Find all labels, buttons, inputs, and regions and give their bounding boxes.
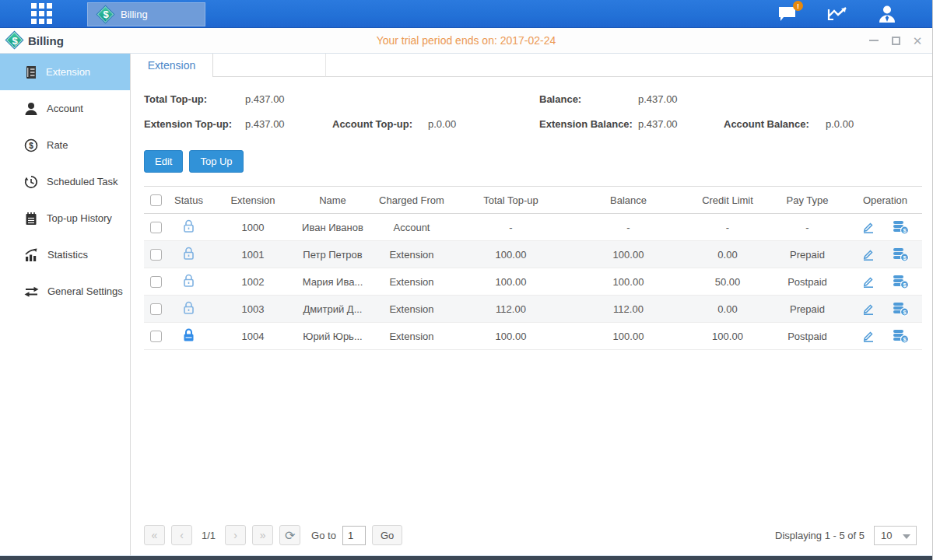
edit-pencil-icon[interactable] [861, 302, 875, 316]
sidebar-item-topup-history[interactable]: Top-up History [0, 200, 130, 236]
topup-coins-icon[interactable]: $ [893, 275, 909, 289]
sidebar-item-label: Top-up History [47, 212, 112, 224]
col-extension: Extension [210, 187, 296, 214]
row-checkbox[interactable] [150, 303, 162, 315]
col-total-topup: Total Top-up [454, 187, 568, 214]
sidebar-item-rate[interactable]: $ Rate [0, 127, 130, 163]
swap-arrows-icon [24, 285, 39, 299]
close-button[interactable]: ✕ [912, 35, 923, 46]
sidebar: Extension Account $ Rate [0, 54, 131, 555]
status-unlocked-icon[interactable] [182, 219, 195, 233]
sidebar-item-label: Rate [47, 139, 68, 151]
tab-extension[interactable]: Extension [131, 54, 213, 77]
extension-table: Status Extension Name Charged From Total… [144, 186, 922, 350]
maximize-button[interactable] [890, 35, 901, 46]
sidebar-item-label: Extension [46, 66, 90, 78]
trial-notice-text: Your trial period ends on: 2017-02-24 [0, 34, 932, 47]
messages-icon[interactable]: ! [777, 4, 798, 24]
chevron-down-icon [903, 534, 910, 539]
status-locked-icon[interactable] [182, 327, 195, 342]
prev-page-button[interactable]: ‹ [171, 525, 192, 545]
extension-balance-value: p.437.00 [638, 118, 724, 130]
sidebar-item-extension[interactable]: Extension [0, 54, 130, 90]
user-account-icon[interactable] [876, 4, 898, 24]
row-checkbox[interactable] [150, 249, 162, 261]
extension-balance-label: Extension Balance: [539, 118, 638, 130]
notification-badge: ! [793, 1, 803, 11]
goto-page-input[interactable] [342, 526, 366, 545]
sidebar-item-label: Statistics [47, 249, 88, 261]
window-title: Billing [28, 34, 64, 47]
go-button[interactable]: Go [372, 525, 402, 545]
minimize-button[interactable] [868, 35, 879, 46]
svg-text:$: $ [29, 142, 33, 150]
notebook-icon [24, 212, 38, 226]
edit-pencil-icon[interactable] [861, 220, 875, 234]
status-unlocked-icon[interactable] [182, 273, 195, 288]
table-header-row: Status Extension Name Charged From Total… [144, 187, 922, 214]
page-size-select[interactable]: 10 [874, 526, 917, 545]
balance-label: Balance: [539, 93, 638, 105]
first-page-button[interactable]: « [144, 525, 165, 545]
total-topup-value: p.437.00 [245, 93, 332, 105]
top-up-button[interactable]: Top Up [189, 150, 243, 173]
reports-chart-icon[interactable] [826, 4, 848, 24]
main-panel: Extension Total Top-up: p.437.00 Balance… [131, 54, 932, 555]
sidebar-item-statistics[interactable]: Statistics [0, 236, 130, 273]
table-row: 1002 Мария Ива... Extension 100.00 100.0… [144, 268, 922, 296]
edit-button[interactable]: Edit [144, 150, 183, 173]
page-size-value: 10 [881, 530, 892, 541]
sidebar-item-general-settings[interactable]: General Settings [0, 273, 130, 310]
topup-coins-icon[interactable]: $ [893, 329, 909, 344]
account-topup-value: p.0.00 [428, 118, 539, 130]
app-launcher-grid-icon[interactable] [30, 2, 53, 26]
dollar-circle-icon: $ [24, 138, 38, 152]
bar-chart-icon [24, 248, 39, 262]
billing-diamond-icon: $ [6, 32, 23, 49]
sidebar-item-label: Account [47, 103, 83, 114]
extension-topup-value: p.437.00 [245, 118, 332, 130]
ledger-icon [24, 65, 37, 79]
billing-diamond-icon: $ [97, 6, 114, 23]
balance-summary: Total Top-up: p.437.00 Balance: p.437.00… [144, 93, 921, 130]
goto-label: Go to [311, 530, 336, 541]
edit-pencil-icon[interactable] [861, 275, 875, 289]
window-bottom-edge [0, 555, 932, 560]
account-balance-value: p.0.00 [826, 118, 921, 130]
col-credit-limit: Credit Limit [689, 187, 766, 214]
topup-coins-icon[interactable]: $ [893, 247, 909, 262]
person-icon [24, 102, 38, 116]
status-unlocked-icon[interactable] [182, 246, 195, 261]
sidebar-item-label: Scheduled Task [47, 176, 118, 187]
table-row: 1000 Иван Иванов Account - - - - $ [144, 214, 922, 241]
table-row: 1001 Петр Петров Extension 100.00 100.00… [144, 241, 922, 268]
total-topup-label: Total Top-up: [144, 93, 245, 105]
topbar: $ Billing ! [0, 0, 932, 28]
topup-coins-icon[interactable]: $ [893, 302, 909, 317]
row-checkbox[interactable] [150, 222, 162, 233]
last-page-button[interactable]: » [252, 525, 273, 545]
edit-pencil-icon[interactable] [861, 247, 875, 261]
taskbar-tab-label: Billing [121, 9, 148, 20]
sidebar-item-label: General Settings [47, 285, 123, 297]
displaying-text: Displaying 1 - 5 of 5 [775, 530, 865, 541]
pagination-bar: « ‹ 1/1 › » ⟳ Go to Go Displaying 1 - 5 … [131, 521, 932, 555]
status-unlocked-icon[interactable] [182, 300, 195, 315]
next-page-button[interactable]: › [225, 525, 246, 545]
clock-icon [24, 175, 38, 189]
app-window: $ Billing ! [0, 0, 933, 560]
topup-coins-icon[interactable]: $ [893, 220, 909, 235]
col-status: Status [167, 187, 210, 214]
sidebar-item-scheduled-task[interactable]: Scheduled Task [0, 163, 130, 200]
taskbar-tab-billing[interactable]: $ Billing [87, 2, 205, 26]
row-checkbox[interactable] [150, 276, 162, 288]
sidebar-item-account[interactable]: Account [0, 90, 130, 127]
col-name: Name [296, 187, 370, 214]
row-checkbox[interactable] [150, 331, 162, 342]
edit-pencil-icon[interactable] [861, 329, 875, 343]
extension-topup-label: Extension Top-up: [144, 118, 245, 130]
account-balance-label: Account Balance: [724, 118, 826, 130]
refresh-icon[interactable]: ⟳ [279, 525, 300, 545]
select-all-checkbox[interactable] [150, 194, 162, 206]
window-titlebar: $ Billing Your trial period ends on: 201… [0, 28, 932, 54]
